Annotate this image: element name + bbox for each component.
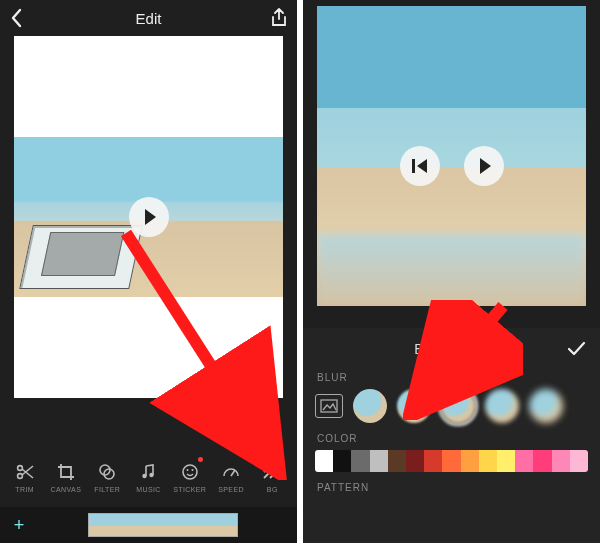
blur-option-1[interactable]: [353, 389, 387, 423]
tool-label: FILTER: [94, 486, 120, 493]
crop-icon: [56, 462, 76, 482]
bg-icon: [262, 462, 282, 482]
color-swatch-2[interactable]: [351, 450, 369, 472]
color-swatch-3[interactable]: [370, 450, 388, 472]
blur-preview: [317, 234, 586, 306]
section-blur-label: BLUR: [317, 372, 588, 383]
color-swatch-7[interactable]: [442, 450, 460, 472]
page-title: Edit: [136, 10, 162, 27]
tool-music[interactable]: MUSIC: [129, 453, 167, 501]
tool-canvas[interactable]: CANVAS: [47, 453, 85, 501]
tool-speed[interactable]: SPEED: [212, 453, 250, 501]
editor-screen: Edit TRIM: [0, 0, 297, 543]
color-swatch-12[interactable]: [533, 450, 551, 472]
video-preview[interactable]: [317, 6, 586, 306]
color-swatch-9[interactable]: [479, 450, 497, 472]
svg-point-5: [150, 472, 154, 476]
tool-label: SPEED: [218, 486, 244, 493]
tool-bg[interactable]: BG: [253, 453, 291, 501]
play-button[interactable]: [129, 197, 169, 237]
add-clip-button[interactable]: +: [6, 512, 32, 538]
blur-option-5[interactable]: [529, 389, 563, 423]
color-swatch-11[interactable]: [515, 450, 533, 472]
color-swatch-4[interactable]: [388, 450, 406, 472]
color-swatch-5[interactable]: [406, 450, 424, 472]
tool-sticker[interactable]: STICKER: [171, 453, 209, 501]
blur-options: [315, 389, 588, 423]
color-swatch-13[interactable]: [552, 450, 570, 472]
background-panel: Background BLUR COLOR PATTERN: [303, 328, 600, 543]
color-swatches: [315, 450, 588, 472]
video-preview[interactable]: [14, 36, 283, 398]
svg-point-8: [191, 469, 193, 471]
sticker-icon: [180, 462, 200, 482]
play-button[interactable]: [464, 146, 504, 186]
confirm-button[interactable]: [566, 338, 586, 362]
filter-icon: [97, 462, 117, 482]
scissors-icon: [15, 462, 35, 482]
tool-label: MUSIC: [136, 486, 161, 493]
skip-back-icon: [412, 159, 427, 173]
svg-point-6: [183, 465, 197, 479]
color-swatch-8[interactable]: [461, 450, 479, 472]
blur-option-none[interactable]: [315, 394, 343, 418]
panel-title: Background: [414, 341, 489, 357]
svg-point-7: [186, 469, 188, 471]
back-button[interactable]: [10, 0, 24, 36]
section-pattern-label: PATTERN: [317, 482, 588, 493]
tool-label: STICKER: [173, 486, 206, 493]
editor-toolbar: TRIM CANVAS FILTER: [0, 447, 297, 507]
timeline: +: [0, 507, 297, 543]
color-swatch-14[interactable]: [570, 450, 588, 472]
tool-trim[interactable]: TRIM: [6, 453, 44, 501]
section-color-label: COLOR: [317, 433, 588, 444]
previous-button[interactable]: [400, 146, 440, 186]
tool-filter[interactable]: FILTER: [88, 453, 126, 501]
background-screen: Background BLUR COLOR PATTERN: [303, 0, 600, 543]
tool-label: CANVAS: [51, 486, 82, 493]
clip-strip[interactable]: [88, 513, 238, 537]
music-icon: [138, 462, 158, 482]
editor-header: Edit: [0, 0, 297, 36]
tool-label: BG: [267, 486, 278, 493]
image-icon: [320, 399, 338, 413]
speed-icon: [221, 462, 241, 482]
color-swatch-6[interactable]: [424, 450, 442, 472]
share-button[interactable]: [271, 0, 287, 36]
panel-header: Background: [315, 336, 588, 362]
color-swatch-1[interactable]: [333, 450, 351, 472]
blur-option-2[interactable]: [397, 389, 431, 423]
play-icon: [480, 158, 491, 174]
color-swatch-0[interactable]: [315, 450, 333, 472]
truck-graphic: [19, 225, 143, 289]
tool-label: TRIM: [15, 486, 34, 493]
blur-option-3[interactable]: [441, 389, 475, 423]
color-swatch-10[interactable]: [497, 450, 515, 472]
new-badge: [198, 457, 203, 462]
play-icon: [145, 209, 156, 225]
blur-option-4[interactable]: [485, 389, 519, 423]
